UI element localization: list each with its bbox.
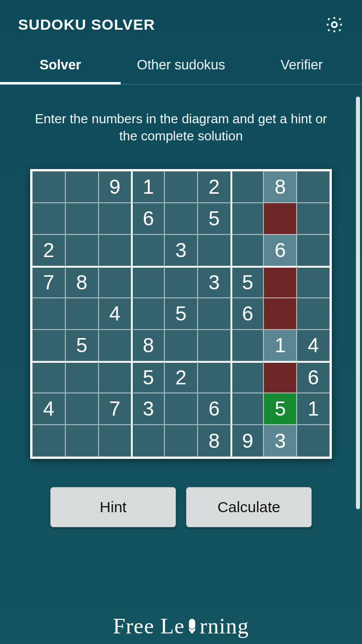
sudoku-cell[interactable] (231, 171, 264, 203)
sudoku-cell[interactable] (99, 203, 132, 234)
sudoku-cell[interactable]: 5 (263, 393, 297, 425)
sudoku-cell[interactable] (198, 361, 231, 393)
sudoku-cell[interactable] (32, 425, 65, 456)
tab-bar: Solver Other sudokus Verifier (0, 44, 362, 85)
tab-verifier[interactable]: Verifier (241, 57, 362, 84)
sudoku-cell[interactable] (65, 203, 99, 234)
sudoku-cell[interactable]: 3 (164, 234, 198, 266)
sudoku-cell[interactable] (32, 298, 65, 330)
sudoku-cell[interactable]: 8 (198, 425, 231, 456)
sudoku-cell[interactable]: 8 (263, 171, 297, 203)
sudoku-board: 91286523678354565814526473651893 (30, 169, 332, 459)
tab-other-sudokus[interactable]: Other sudokus (121, 57, 241, 84)
button-label: Hint (100, 499, 126, 515)
sudoku-cell[interactable] (32, 203, 65, 234)
sudoku-cell[interactable]: 4 (297, 330, 330, 361)
sudoku-cell[interactable] (32, 361, 65, 393)
sudoku-cell[interactable]: 5 (198, 203, 231, 234)
sudoku-cell[interactable] (99, 330, 132, 361)
sudoku-cell[interactable] (198, 330, 231, 361)
sudoku-cell[interactable]: 4 (32, 393, 65, 425)
sudoku-cell[interactable]: 8 (65, 266, 99, 298)
sudoku-cell[interactable]: 1 (263, 330, 297, 361)
spartan-icon (185, 617, 200, 635)
footer-brand: Free Lerning (0, 613, 362, 639)
sudoku-cell[interactable] (297, 203, 330, 234)
tab-label: Other sudokus (137, 57, 225, 72)
sudoku-cell[interactable] (297, 298, 330, 330)
sudoku-cell[interactable] (164, 203, 198, 234)
sudoku-cell[interactable]: 9 (231, 425, 264, 456)
sudoku-cell[interactable] (164, 425, 198, 456)
scroll-indicator (356, 97, 360, 509)
sudoku-cell[interactable]: 5 (231, 266, 264, 298)
sudoku-cell[interactable]: 6 (263, 234, 297, 266)
sudoku-cell[interactable] (164, 330, 198, 361)
sudoku-cell[interactable] (263, 298, 297, 330)
sudoku-cell[interactable] (297, 425, 330, 456)
sudoku-cell[interactable] (164, 393, 198, 425)
sudoku-cell[interactable] (65, 298, 99, 330)
sudoku-cell[interactable] (65, 425, 99, 456)
sudoku-cell[interactable]: 7 (99, 393, 132, 425)
sudoku-cell[interactable] (297, 266, 330, 298)
sudoku-cell[interactable] (99, 234, 132, 266)
sudoku-cell[interactable]: 3 (131, 393, 164, 425)
sudoku-cell[interactable] (32, 330, 65, 361)
sudoku-cell[interactable] (99, 361, 132, 393)
sudoku-cell[interactable] (131, 425, 164, 456)
button-label: Calculate (217, 499, 280, 515)
sudoku-cell[interactable] (164, 171, 198, 203)
tab-solver[interactable]: Solver (0, 57, 121, 84)
sudoku-cell[interactable]: 6 (198, 393, 231, 425)
sudoku-cell[interactable] (231, 361, 264, 393)
sudoku-cell[interactable] (32, 171, 65, 203)
sudoku-cell[interactable]: 3 (263, 425, 297, 456)
sudoku-cell[interactable]: 4 (99, 298, 132, 330)
sudoku-cell[interactable] (65, 361, 99, 393)
sudoku-cell[interactable]: 5 (65, 330, 99, 361)
sudoku-cell[interactable] (263, 203, 297, 234)
sudoku-cell[interactable] (263, 266, 297, 298)
sudoku-cell[interactable] (131, 298, 164, 330)
sudoku-cell[interactable]: 5 (131, 361, 164, 393)
sudoku-cell[interactable] (231, 393, 264, 425)
brand-text-right: rning (200, 614, 249, 638)
sudoku-cell[interactable] (131, 234, 164, 266)
tab-label: Verifier (281, 57, 323, 72)
sudoku-cell[interactable] (164, 266, 198, 298)
sudoku-cell[interactable]: 2 (164, 361, 198, 393)
sudoku-cell[interactable]: 8 (131, 330, 164, 361)
sudoku-cell[interactable] (65, 393, 99, 425)
sudoku-cell[interactable] (297, 234, 330, 266)
sudoku-cell[interactable] (231, 330, 264, 361)
sudoku-cell[interactable] (198, 234, 231, 266)
header: SUDOKU SOLVER (0, 0, 362, 44)
sudoku-cell[interactable]: 3 (198, 266, 231, 298)
sudoku-cell[interactable] (198, 298, 231, 330)
sudoku-cell[interactable]: 2 (32, 234, 65, 266)
sudoku-cell[interactable]: 6 (231, 298, 264, 330)
sudoku-cell[interactable]: 1 (131, 171, 164, 203)
svg-point-0 (332, 22, 337, 27)
sudoku-cell[interactable]: 7 (32, 266, 65, 298)
sudoku-cell[interactable] (99, 425, 132, 456)
sudoku-cell[interactable] (231, 234, 264, 266)
sudoku-cell[interactable] (65, 171, 99, 203)
sudoku-cell[interactable] (231, 203, 264, 234)
sudoku-cell[interactable] (131, 266, 164, 298)
board-container: 91286523678354565814526473651893 (0, 160, 362, 459)
settings-button[interactable] (324, 14, 345, 35)
sudoku-cell[interactable]: 6 (297, 361, 330, 393)
sudoku-cell[interactable]: 9 (99, 171, 132, 203)
hint-button[interactable]: Hint (50, 487, 176, 527)
sudoku-cell[interactable]: 1 (297, 393, 330, 425)
sudoku-cell[interactable] (297, 171, 330, 203)
sudoku-cell[interactable] (65, 234, 99, 266)
sudoku-cell[interactable]: 6 (131, 203, 164, 234)
calculate-button[interactable]: Calculate (186, 487, 312, 527)
sudoku-cell[interactable] (99, 266, 132, 298)
sudoku-cell[interactable]: 2 (198, 171, 231, 203)
sudoku-cell[interactable]: 5 (164, 298, 198, 330)
sudoku-cell[interactable] (263, 361, 297, 393)
